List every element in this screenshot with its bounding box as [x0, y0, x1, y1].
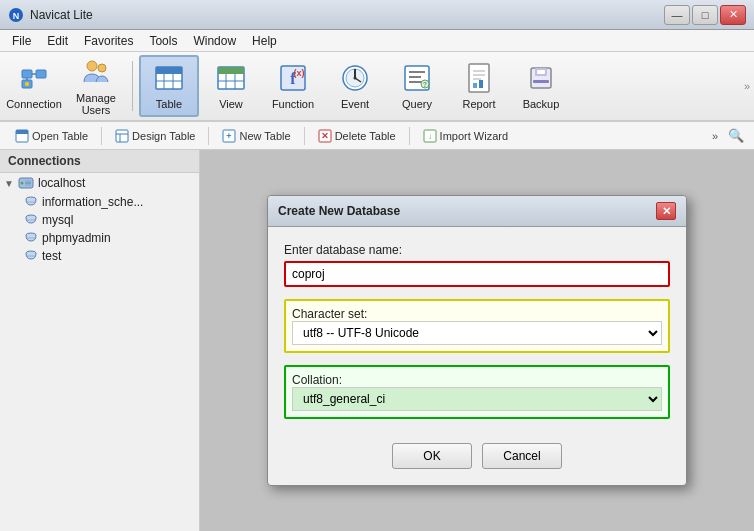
modal-overlay: Create New Database ✕ Enter database nam… — [200, 150, 754, 531]
toolbar-query[interactable]: ? Query — [387, 55, 447, 117]
db-icon-test — [24, 249, 38, 263]
subtoolbar-new-table[interactable]: + New Table — [213, 125, 299, 147]
subtoolbar-sep-2 — [208, 127, 209, 145]
subtoolbar: Open Table Design Table + New Table ✕ De… — [0, 122, 754, 150]
collation-field-group: Collation: utf8_general_ci utf8_bin utf8… — [284, 365, 670, 419]
subtoolbar-sep-4 — [409, 127, 410, 145]
tree-item-information-schema[interactable]: information_sche... — [0, 193, 199, 211]
menu-help[interactable]: Help — [244, 32, 285, 50]
subtoolbar-expand[interactable]: » — [708, 128, 722, 144]
menu-tools[interactable]: Tools — [141, 32, 185, 50]
app-title: Navicat Lite — [30, 8, 664, 22]
subtoolbar-import-wizard[interactable]: ↓ Import Wizard — [414, 125, 517, 147]
connection-icon — [18, 62, 50, 94]
title-bar: N Navicat Lite — □ ✕ — [0, 0, 754, 30]
create-database-dialog: Create New Database ✕ Enter database nam… — [267, 195, 687, 486]
toolbar-table-label: Table — [156, 98, 182, 110]
svg-text:✕: ✕ — [321, 131, 329, 141]
delete-table-icon: ✕ — [318, 129, 332, 143]
tree-label-information-schema: information_sche... — [42, 195, 143, 209]
tree-item-phpmyadmin[interactable]: phpmyadmin — [0, 229, 199, 247]
collation-label: Collation: — [292, 373, 342, 387]
tree-item-mysql[interactable]: mysql — [0, 211, 199, 229]
function-icon: f (x) — [277, 62, 309, 94]
menu-favorites[interactable]: Favorites — [76, 32, 141, 50]
svg-text:+: + — [227, 131, 232, 141]
svg-rect-2 — [22, 70, 32, 78]
db-icon-phpmyadmin — [24, 231, 38, 245]
table-icon — [153, 62, 185, 94]
svg-rect-43 — [533, 80, 549, 83]
svg-point-8 — [87, 61, 97, 71]
maximize-button[interactable]: □ — [692, 5, 718, 25]
svg-point-27 — [354, 77, 357, 80]
ok-button[interactable]: OK — [392, 443, 472, 469]
sidebar-header: Connections — [0, 150, 199, 173]
app-icon: N — [8, 7, 24, 23]
toolbar-query-label: Query — [402, 98, 432, 110]
close-button[interactable]: ✕ — [720, 5, 746, 25]
db-icon-mysql — [24, 213, 38, 227]
manage-users-icon — [80, 56, 112, 88]
tree-item-localhost[interactable]: ▼ localhost — [0, 173, 199, 193]
view-icon — [215, 62, 247, 94]
minimize-button[interactable]: — — [664, 5, 690, 25]
toolbar-sep-1 — [132, 61, 133, 111]
toolbar-table[interactable]: Table — [139, 55, 199, 117]
tree-label-phpmyadmin: phpmyadmin — [42, 231, 111, 245]
subtoolbar-delete-table[interactable]: ✕ Delete Table — [309, 125, 405, 147]
toolbar-overflow[interactable]: » — [744, 80, 750, 92]
toolbar-view[interactable]: View — [201, 55, 261, 117]
charset-field-group: Character set: utf8 -- UTF-8 Unicode lat… — [284, 299, 670, 353]
tree-arrow-localhost: ▼ — [4, 178, 14, 189]
subtoolbar-design-table[interactable]: Design Table — [106, 125, 204, 147]
toolbar-manage-users-label: Manage Users — [71, 92, 121, 116]
svg-point-56 — [21, 182, 24, 185]
toolbar-event[interactable]: Event — [325, 55, 385, 117]
event-icon — [339, 62, 371, 94]
toolbar-view-label: View — [219, 98, 243, 110]
new-table-icon: + — [222, 129, 236, 143]
db-name-label: Enter database name: — [284, 243, 670, 257]
toolbar-report[interactable]: Report — [449, 55, 509, 117]
svg-text:N: N — [13, 11, 20, 21]
subtoolbar-search[interactable]: 🔍 — [724, 126, 748, 145]
svg-text:?: ? — [423, 81, 427, 88]
dialog-title: Create New Database — [278, 204, 400, 218]
menu-file[interactable]: File — [4, 32, 39, 50]
svg-rect-46 — [116, 130, 128, 142]
tree-label-test: test — [42, 249, 61, 263]
svg-text:↓: ↓ — [428, 132, 432, 141]
import-wizard-icon: ↓ — [423, 129, 437, 143]
cancel-button[interactable]: Cancel — [482, 443, 562, 469]
toolbar-manage-users[interactable]: Manage Users — [66, 55, 126, 117]
toolbar-function-label: Function — [272, 98, 314, 110]
content-area: Create New Database ✕ Enter database nam… — [200, 150, 754, 531]
svg-rect-11 — [156, 67, 182, 74]
subtoolbar-import-wizard-label: Import Wizard — [440, 130, 508, 142]
dialog-close-button[interactable]: ✕ — [656, 202, 676, 220]
charset-select[interactable]: utf8 -- UTF-8 Unicode latin1 -- cp1252 W… — [292, 321, 662, 345]
design-table-icon — [115, 129, 129, 143]
dialog-body: Enter database name: Character set: utf8… — [268, 227, 686, 435]
svg-rect-45 — [16, 130, 28, 134]
backup-icon — [525, 62, 557, 94]
toolbar-function[interactable]: f (x) Function — [263, 55, 323, 117]
toolbar-backup-label: Backup — [523, 98, 560, 110]
tree-label-localhost: localhost — [38, 176, 85, 190]
toolbar-backup[interactable]: Backup — [511, 55, 571, 117]
menu-bar: File Edit Favorites Tools Window Help — [0, 30, 754, 52]
db-icon-information-schema — [24, 195, 38, 209]
collation-select[interactable]: utf8_general_ci utf8_bin utf8_unicode_ci — [292, 387, 662, 411]
svg-rect-16 — [218, 67, 244, 74]
subtoolbar-design-table-label: Design Table — [132, 130, 195, 142]
svg-point-9 — [98, 64, 106, 72]
tree-label-mysql: mysql — [42, 213, 73, 227]
menu-window[interactable]: Window — [185, 32, 244, 50]
subtoolbar-open-table[interactable]: Open Table — [6, 125, 97, 147]
toolbar-connection-label: Connection — [6, 98, 62, 110]
tree-item-test[interactable]: test — [0, 247, 199, 265]
db-name-input[interactable] — [284, 261, 670, 287]
menu-edit[interactable]: Edit — [39, 32, 76, 50]
toolbar-connection[interactable]: Connection — [4, 55, 64, 117]
